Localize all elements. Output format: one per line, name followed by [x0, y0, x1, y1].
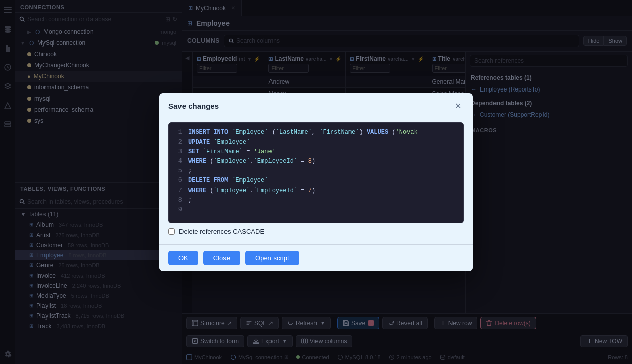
code-line-6: 6 DELETE FROM `Employee`: [174, 176, 458, 186]
line-content-9: [188, 205, 458, 215]
modal-ok-button[interactable]: OK: [168, 251, 198, 265]
cascade-checkbox-row: Delete references CASCADE: [168, 223, 464, 239]
line-num-1: 1: [174, 128, 182, 138]
code-line-7: 7 WHERE (`Employee`.`EmployeeId` = 7): [174, 186, 458, 196]
save-changes-modal: Save changes ✕ 1 INSERT INTO `Employee` …: [159, 93, 473, 271]
line-content-2: UPDATE `Employee`: [188, 138, 458, 147]
code-line-5: 5 ;: [174, 166, 458, 176]
modal-close-btn[interactable]: Close: [203, 251, 240, 265]
line-content-8: ;: [188, 196, 458, 205]
line-num-7: 7: [174, 186, 182, 196]
line-num-3: 3: [174, 147, 182, 157]
line-num-9: 9: [174, 205, 182, 215]
modal-title: Save changes: [168, 102, 219, 110]
line-content-4: WHERE (`Employee`.`EmployeeId` = 8): [188, 157, 458, 166]
cascade-checkbox[interactable]: [168, 228, 175, 235]
modal-open-script-button[interactable]: Open script: [245, 251, 299, 265]
code-line-2: 2 UPDATE `Employee`: [174, 138, 458, 147]
modal-overlay[interactable]: Save changes ✕ 1 INSERT INTO `Employee` …: [0, 0, 632, 364]
line-num-6: 6: [174, 176, 182, 186]
line-content-5: ;: [188, 166, 458, 176]
line-content-6: DELETE FROM `Employee`: [188, 176, 458, 186]
code-editor[interactable]: 1 INSERT INTO `Employee` (`LastName`, `F…: [168, 122, 464, 223]
modal-footer: OK Close Open script: [159, 244, 473, 271]
modal-header: Save changes ✕: [159, 93, 473, 117]
line-num-4: 4: [174, 157, 182, 166]
line-content-1: INSERT INTO `Employee` (`LastName`, `Fir…: [188, 128, 458, 138]
cascade-label: Delete references CASCADE: [179, 228, 264, 235]
line-content-7: WHERE (`Employee`.`EmployeeId` = 7): [188, 186, 458, 196]
line-content-3: SET `FirstName` = 'Jane': [188, 147, 458, 157]
code-line-1: 1 INSERT INTO `Employee` (`LastName`, `F…: [174, 128, 458, 138]
code-line-4: 4 WHERE (`Employee`.`EmployeeId` = 8): [174, 157, 458, 166]
code-line-9: 9: [174, 205, 458, 215]
line-num-2: 2: [174, 138, 182, 147]
line-num-8: 8: [174, 196, 182, 205]
line-num-5: 5: [174, 166, 182, 176]
code-line-8: 8 ;: [174, 196, 458, 205]
code-line-3: 3 SET `FirstName` = 'Jane': [174, 147, 458, 157]
modal-close-button[interactable]: ✕: [452, 100, 464, 112]
modal-body: 1 INSERT INTO `Employee` (`LastName`, `F…: [159, 117, 473, 244]
